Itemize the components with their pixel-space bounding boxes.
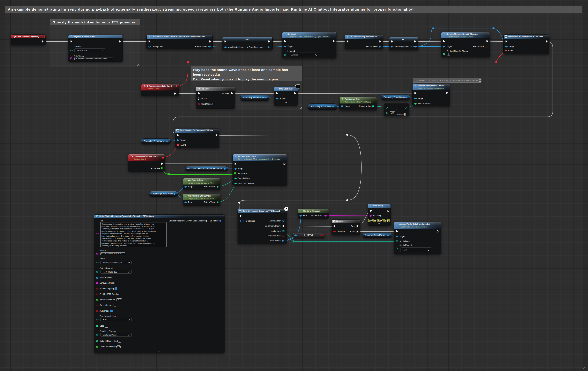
svg-text:1: 1	[198, 88, 199, 89]
